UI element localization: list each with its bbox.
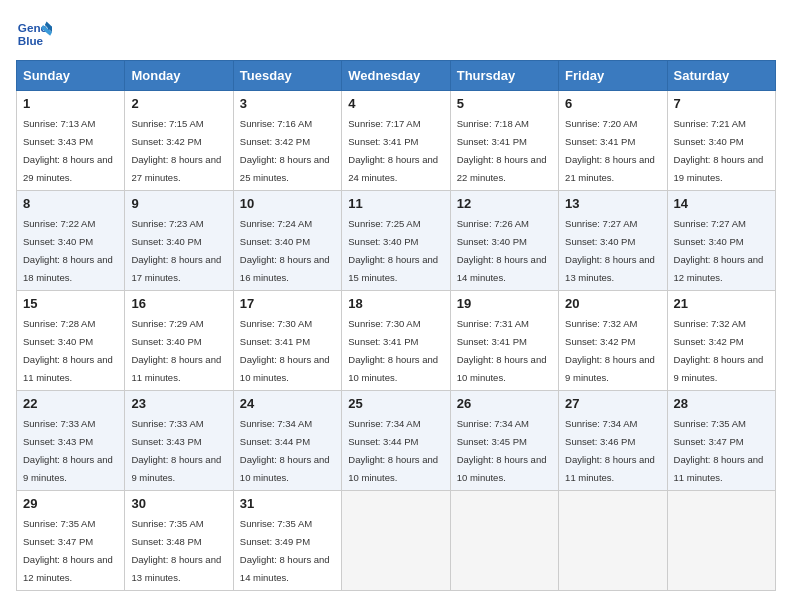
day-number: 15 xyxy=(23,296,118,311)
cell-info: Sunrise: 7:35 AMSunset: 3:47 PMDaylight:… xyxy=(674,418,764,483)
cell-info: Sunrise: 7:13 AMSunset: 3:43 PMDaylight:… xyxy=(23,118,113,183)
calendar-week-3: 15Sunrise: 7:28 AMSunset: 3:40 PMDayligh… xyxy=(17,291,776,391)
day-number: 16 xyxy=(131,296,226,311)
calendar-cell xyxy=(342,491,450,591)
cell-info: Sunrise: 7:20 AMSunset: 3:41 PMDaylight:… xyxy=(565,118,655,183)
page-header: General Blue xyxy=(16,16,776,52)
day-number: 4 xyxy=(348,96,443,111)
calendar-cell: 3Sunrise: 7:16 AMSunset: 3:42 PMDaylight… xyxy=(233,91,341,191)
weekday-header-row: SundayMondayTuesdayWednesdayThursdayFrid… xyxy=(17,61,776,91)
calendar-cell: 15Sunrise: 7:28 AMSunset: 3:40 PMDayligh… xyxy=(17,291,125,391)
day-number: 1 xyxy=(23,96,118,111)
cell-info: Sunrise: 7:32 AMSunset: 3:42 PMDaylight:… xyxy=(565,318,655,383)
cell-info: Sunrise: 7:35 AMSunset: 3:49 PMDaylight:… xyxy=(240,518,330,583)
cell-info: Sunrise: 7:30 AMSunset: 3:41 PMDaylight:… xyxy=(348,318,438,383)
cell-info: Sunrise: 7:32 AMSunset: 3:42 PMDaylight:… xyxy=(674,318,764,383)
calendar-table: SundayMondayTuesdayWednesdayThursdayFrid… xyxy=(16,60,776,591)
logo: General Blue xyxy=(16,16,52,52)
day-number: 3 xyxy=(240,96,335,111)
calendar-cell: 22Sunrise: 7:33 AMSunset: 3:43 PMDayligh… xyxy=(17,391,125,491)
calendar-cell xyxy=(559,491,667,591)
calendar-cell: 10Sunrise: 7:24 AMSunset: 3:40 PMDayligh… xyxy=(233,191,341,291)
calendar-cell: 18Sunrise: 7:30 AMSunset: 3:41 PMDayligh… xyxy=(342,291,450,391)
calendar-cell: 25Sunrise: 7:34 AMSunset: 3:44 PMDayligh… xyxy=(342,391,450,491)
calendar-cell: 28Sunrise: 7:35 AMSunset: 3:47 PMDayligh… xyxy=(667,391,775,491)
calendar-cell: 31Sunrise: 7:35 AMSunset: 3:49 PMDayligh… xyxy=(233,491,341,591)
calendar-cell: 19Sunrise: 7:31 AMSunset: 3:41 PMDayligh… xyxy=(450,291,558,391)
cell-info: Sunrise: 7:29 AMSunset: 3:40 PMDaylight:… xyxy=(131,318,221,383)
weekday-tuesday: Tuesday xyxy=(233,61,341,91)
calendar-cell: 5Sunrise: 7:18 AMSunset: 3:41 PMDaylight… xyxy=(450,91,558,191)
cell-info: Sunrise: 7:33 AMSunset: 3:43 PMDaylight:… xyxy=(131,418,221,483)
svg-text:Blue: Blue xyxy=(18,34,44,47)
calendar-cell: 12Sunrise: 7:26 AMSunset: 3:40 PMDayligh… xyxy=(450,191,558,291)
cell-info: Sunrise: 7:35 AMSunset: 3:47 PMDaylight:… xyxy=(23,518,113,583)
cell-info: Sunrise: 7:31 AMSunset: 3:41 PMDaylight:… xyxy=(457,318,547,383)
calendar-cell: 8Sunrise: 7:22 AMSunset: 3:40 PMDaylight… xyxy=(17,191,125,291)
weekday-monday: Monday xyxy=(125,61,233,91)
day-number: 29 xyxy=(23,496,118,511)
calendar-cell: 9Sunrise: 7:23 AMSunset: 3:40 PMDaylight… xyxy=(125,191,233,291)
cell-info: Sunrise: 7:28 AMSunset: 3:40 PMDaylight:… xyxy=(23,318,113,383)
calendar-cell: 13Sunrise: 7:27 AMSunset: 3:40 PMDayligh… xyxy=(559,191,667,291)
cell-info: Sunrise: 7:18 AMSunset: 3:41 PMDaylight:… xyxy=(457,118,547,183)
calendar-cell: 27Sunrise: 7:34 AMSunset: 3:46 PMDayligh… xyxy=(559,391,667,491)
day-number: 17 xyxy=(240,296,335,311)
calendar-week-2: 8Sunrise: 7:22 AMSunset: 3:40 PMDaylight… xyxy=(17,191,776,291)
calendar-cell: 29Sunrise: 7:35 AMSunset: 3:47 PMDayligh… xyxy=(17,491,125,591)
day-number: 22 xyxy=(23,396,118,411)
calendar-cell: 16Sunrise: 7:29 AMSunset: 3:40 PMDayligh… xyxy=(125,291,233,391)
cell-info: Sunrise: 7:23 AMSunset: 3:40 PMDaylight:… xyxy=(131,218,221,283)
day-number: 28 xyxy=(674,396,769,411)
cell-info: Sunrise: 7:16 AMSunset: 3:42 PMDaylight:… xyxy=(240,118,330,183)
calendar-cell: 30Sunrise: 7:35 AMSunset: 3:48 PMDayligh… xyxy=(125,491,233,591)
calendar-cell: 14Sunrise: 7:27 AMSunset: 3:40 PMDayligh… xyxy=(667,191,775,291)
day-number: 8 xyxy=(23,196,118,211)
calendar-cell: 1Sunrise: 7:13 AMSunset: 3:43 PMDaylight… xyxy=(17,91,125,191)
day-number: 2 xyxy=(131,96,226,111)
calendar-cell xyxy=(667,491,775,591)
cell-info: Sunrise: 7:22 AMSunset: 3:40 PMDaylight:… xyxy=(23,218,113,283)
day-number: 18 xyxy=(348,296,443,311)
cell-info: Sunrise: 7:21 AMSunset: 3:40 PMDaylight:… xyxy=(674,118,764,183)
cell-info: Sunrise: 7:33 AMSunset: 3:43 PMDaylight:… xyxy=(23,418,113,483)
day-number: 7 xyxy=(674,96,769,111)
cell-info: Sunrise: 7:15 AMSunset: 3:42 PMDaylight:… xyxy=(131,118,221,183)
calendar-cell: 4Sunrise: 7:17 AMSunset: 3:41 PMDaylight… xyxy=(342,91,450,191)
day-number: 11 xyxy=(348,196,443,211)
day-number: 5 xyxy=(457,96,552,111)
calendar-cell: 23Sunrise: 7:33 AMSunset: 3:43 PMDayligh… xyxy=(125,391,233,491)
cell-info: Sunrise: 7:17 AMSunset: 3:41 PMDaylight:… xyxy=(348,118,438,183)
day-number: 12 xyxy=(457,196,552,211)
day-number: 26 xyxy=(457,396,552,411)
calendar-week-4: 22Sunrise: 7:33 AMSunset: 3:43 PMDayligh… xyxy=(17,391,776,491)
calendar-week-5: 29Sunrise: 7:35 AMSunset: 3:47 PMDayligh… xyxy=(17,491,776,591)
calendar-body: 1Sunrise: 7:13 AMSunset: 3:43 PMDaylight… xyxy=(17,91,776,591)
calendar-cell: 11Sunrise: 7:25 AMSunset: 3:40 PMDayligh… xyxy=(342,191,450,291)
weekday-sunday: Sunday xyxy=(17,61,125,91)
weekday-friday: Friday xyxy=(559,61,667,91)
calendar-cell xyxy=(450,491,558,591)
calendar-cell: 24Sunrise: 7:34 AMSunset: 3:44 PMDayligh… xyxy=(233,391,341,491)
calendar-cell: 17Sunrise: 7:30 AMSunset: 3:41 PMDayligh… xyxy=(233,291,341,391)
cell-info: Sunrise: 7:27 AMSunset: 3:40 PMDaylight:… xyxy=(565,218,655,283)
day-number: 25 xyxy=(348,396,443,411)
day-number: 10 xyxy=(240,196,335,211)
day-number: 19 xyxy=(457,296,552,311)
calendar-cell: 2Sunrise: 7:15 AMSunset: 3:42 PMDaylight… xyxy=(125,91,233,191)
calendar-cell: 26Sunrise: 7:34 AMSunset: 3:45 PMDayligh… xyxy=(450,391,558,491)
calendar-cell: 20Sunrise: 7:32 AMSunset: 3:42 PMDayligh… xyxy=(559,291,667,391)
day-number: 23 xyxy=(131,396,226,411)
cell-info: Sunrise: 7:34 AMSunset: 3:45 PMDaylight:… xyxy=(457,418,547,483)
cell-info: Sunrise: 7:34 AMSunset: 3:46 PMDaylight:… xyxy=(565,418,655,483)
cell-info: Sunrise: 7:26 AMSunset: 3:40 PMDaylight:… xyxy=(457,218,547,283)
weekday-saturday: Saturday xyxy=(667,61,775,91)
day-number: 6 xyxy=(565,96,660,111)
day-number: 20 xyxy=(565,296,660,311)
cell-info: Sunrise: 7:34 AMSunset: 3:44 PMDaylight:… xyxy=(348,418,438,483)
cell-info: Sunrise: 7:30 AMSunset: 3:41 PMDaylight:… xyxy=(240,318,330,383)
calendar-week-1: 1Sunrise: 7:13 AMSunset: 3:43 PMDaylight… xyxy=(17,91,776,191)
cell-info: Sunrise: 7:35 AMSunset: 3:48 PMDaylight:… xyxy=(131,518,221,583)
day-number: 24 xyxy=(240,396,335,411)
day-number: 21 xyxy=(674,296,769,311)
